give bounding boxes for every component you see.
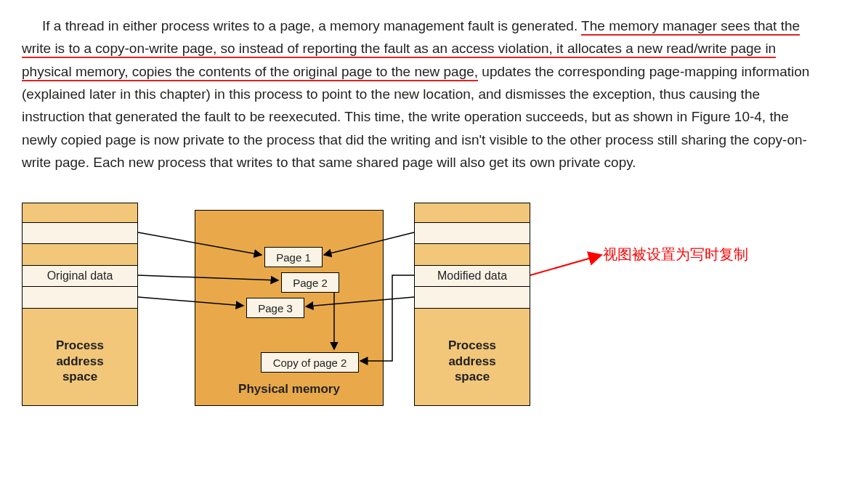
svg-line-5	[530, 255, 601, 275]
copy-of-page-2: Copy of page 2	[261, 352, 359, 373]
page-2: Page 2	[281, 272, 339, 293]
proc-left-data-label: Original data	[47, 269, 113, 283]
proc-left-stripe-bottom	[23, 287, 137, 309]
page-1: Page 1	[264, 247, 323, 267]
proc-left-caption: Process address space	[23, 338, 137, 384]
proc-left-data-row: Original data	[23, 265, 137, 287]
cow-diagram: Original data Process address space Page…	[22, 203, 825, 420]
proc-left-stripe-top	[23, 222, 137, 244]
proc-right-data-label: Modified data	[437, 269, 507, 283]
red-annotation: 视图被设置为写时复制	[603, 245, 748, 264]
physical-memory-caption: Physical memory	[195, 382, 383, 397]
proc-right-stripe-bottom	[415, 287, 530, 309]
process-box-right: Modified data Process address space	[414, 203, 530, 406]
proc-right-caption: Process address space	[415, 338, 530, 384]
proc-right-stripe-top	[415, 222, 530, 244]
proc-right-data-row: Modified data	[415, 265, 530, 287]
body-paragraph: If a thread in either process writes to …	[22, 15, 825, 174]
para-part1: If a thread in either process writes to …	[42, 18, 581, 33]
process-box-left: Original data Process address space	[22, 203, 138, 406]
physical-memory-box: Page 1 Page 2 Page 3 Copy of page 2 Phys…	[195, 210, 384, 406]
page-3: Page 3	[246, 298, 304, 318]
